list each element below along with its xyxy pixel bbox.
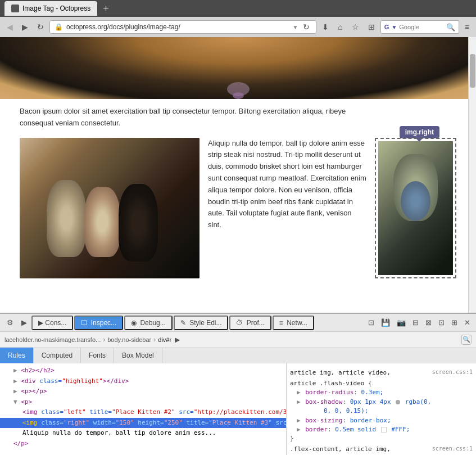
html-line-p-open: ▼ <p> <box>0 397 286 408</box>
color-swatch-border <box>381 427 387 433</box>
breadcrumb-item-2[interactable]: div#r <box>158 336 171 343</box>
download-button[interactable]: ⬇ <box>319 20 332 34</box>
css-rule-2: .flex-content, article img, screen.css:1… <box>290 445 473 456</box>
tab-console[interactable]: ▶ Cons... <box>31 316 73 330</box>
box-model-tab[interactable]: Box Model <box>114 348 162 363</box>
screenshot-btn[interactable]: 📷 <box>395 317 408 328</box>
tab-style-editor[interactable]: ✎ Style Edi... <box>174 316 229 330</box>
bookmark-button[interactable]: ☆ <box>348 20 362 34</box>
img-right-tooltip: img.right <box>400 126 439 138</box>
nav-bar: ◀ ▶ ↻ 🔒 octopress.org/docs/plugins/image… <box>0 17 476 37</box>
home-button[interactable]: ⌂ <box>334 20 346 34</box>
devtools-settings-btn[interactable]: ⚙ <box>3 317 17 328</box>
scrollbar-thumb[interactable] <box>470 54 475 88</box>
split-view-btn[interactable]: ⊠ <box>423 317 434 328</box>
refresh-icon[interactable]: ↻ <box>301 22 311 31</box>
html-panel: ▶ <h2></h2> ▶ <div class="highlight"></d… <box>0 363 287 455</box>
title-bar: Image Tag - Octopress + <box>0 0 476 17</box>
forward-button[interactable]: ▶ <box>19 20 31 34</box>
debugger-icon: ◉ <box>131 319 137 327</box>
css-rule-1: article img, article video, screen.css:1… <box>290 369 473 442</box>
kittens-image <box>20 138 200 278</box>
dock-btn[interactable]: ⊡ <box>436 317 447 328</box>
search-bar[interactable]: G ▼ 🔍 <box>380 20 459 34</box>
style-editor-icon: ✎ <box>180 319 186 327</box>
devtools-collapse-btn[interactable]: ▶ <box>18 317 30 328</box>
fonts-tab[interactable]: Fonts <box>81 348 114 363</box>
article-text: Aliquip nulla do tempor, ball tip dolore… <box>208 138 366 278</box>
content-row: Aliquip nulla do tempor, ball tip dolore… <box>20 138 456 278</box>
detach-btn[interactable]: ⊞ <box>449 317 460 328</box>
css-prop-border: ▶ border: 0.5em solid #FFF; <box>290 425 473 435</box>
back-button[interactable]: ◀ <box>3 20 16 34</box>
breadcrumb-more[interactable]: ▶ <box>175 336 180 344</box>
new-tab-button[interactable]: + <box>101 3 111 15</box>
profiler-icon: ⏱ <box>236 319 243 327</box>
css-selector-1: article img, article video, screen.css:1 <box>290 369 473 376</box>
html-line-text: Aliquip nulla do tempor, ball tip dolore… <box>0 428 286 439</box>
css-close-brace-1: } <box>290 435 473 442</box>
bacon-text: Bacon ipsum dolor sit amet exercitation … <box>20 99 456 135</box>
inspector-icon: ☐ <box>81 319 87 327</box>
tab-network[interactable]: ≡ Netw... <box>273 316 314 330</box>
devtools-toolbar: ⚙ ▶ ▶ Cons... ☐ Inspec... ◉ Debug... ✎ S… <box>0 314 476 332</box>
browser-content: Bacon ipsum dolor sit amet exercitation … <box>0 37 476 313</box>
search-dropdown-arrow[interactable]: ▼ <box>391 24 397 30</box>
rules-tabs: Rules Computed Fonts Box Model <box>0 348 476 363</box>
rules-tab[interactable]: Rules <box>0 348 34 363</box>
pick-element-btn[interactable]: ⊡ <box>366 317 377 328</box>
html-line-h2: ▶ <h2></h2> <box>0 366 286 376</box>
breadcrumb-item-0[interactable]: laceholder.no-maskimage.transfo... <box>4 336 101 343</box>
css-prop-box-shadow-cont: 0, 0, 0.15); <box>290 407 473 416</box>
css-prop-border-radius: ▶ border-radius: 0.3em; <box>290 388 473 398</box>
css-prop-box-sizing: ▶ box-sizing: border-box; <box>290 416 473 426</box>
browser-tab[interactable]: Image Tag - Octopress <box>4 1 97 16</box>
html-line-img-right[interactable]: <img class="right" width="150" height="2… <box>0 418 286 429</box>
tab-favicon <box>11 4 19 12</box>
responsive-btn[interactable]: ⊟ <box>410 317 421 328</box>
address-dropdown-arrow[interactable]: ▼ <box>292 24 298 30</box>
html-line-img-left: <img class="left" title="Place Kitten #2… <box>0 407 286 418</box>
close-devtools-btn[interactable]: ✕ <box>462 317 473 328</box>
devtools-action-icons: ⊡ 💾 📷 ⊟ ⊠ ⊡ ⊞ ✕ <box>366 317 473 328</box>
page-content: Bacon ipsum dolor sit amet exercitation … <box>0 37 476 278</box>
css-selector-2: .flex-content, article img, screen.css:1 <box>290 445 473 453</box>
address-bar[interactable]: 🔒 octopress.org/docs/plugins/image-tag/ … <box>49 20 316 34</box>
history-button[interactable]: ⊞ <box>365 20 378 34</box>
tab-profiler[interactable]: ⏱ Prof... <box>229 316 271 330</box>
html-line-div-highlight: ▶ <div class="highlight"></div> <box>0 376 286 387</box>
search-engine-label: G <box>384 24 389 30</box>
breadcrumb-bar: laceholder.no-maskimage.transfo... › bod… <box>0 332 476 348</box>
single-kitten-image <box>375 138 456 278</box>
computed-tab[interactable]: Computed <box>34 348 81 363</box>
lock-icon: 🔒 <box>55 23 63 31</box>
breadcrumb-sep-1: › <box>153 336 156 344</box>
tab-debugger[interactable]: ◉ Debug... <box>124 316 173 330</box>
html-line-p-empty: ▶ <p></p> <box>0 386 286 397</box>
tab-inspector[interactable]: ☐ Inspec... <box>74 316 123 330</box>
color-swatch-shadow <box>396 400 400 404</box>
console-icon: ▶ <box>38 319 43 327</box>
hero-cat-image <box>0 37 476 99</box>
reload-button[interactable]: ↻ <box>34 20 47 34</box>
breadcrumb-search-btn[interactable]: 🔍 <box>461 335 472 345</box>
css-prop-box-shadow: ▶ box-shadow: 0px 1px 4px rgba(0, <box>290 398 473 407</box>
main-scrollbar[interactable] <box>468 37 476 313</box>
breadcrumb-item-1[interactable]: body.no-sidebar <box>107 336 151 343</box>
network-icon: ≡ <box>279 319 283 327</box>
devtools-split-view: ▶ <h2></h2> ▶ <div class="highlight"></d… <box>0 363 476 455</box>
search-icon[interactable]: 🔍 <box>446 23 455 31</box>
css-panel: article img, article video, screen.css:1… <box>287 363 476 455</box>
devtools-panel: ⚙ ▶ ▶ Cons... ☐ Inspec... ◉ Debug... ✎ S… <box>0 313 476 455</box>
address-text: octopress.org/docs/plugins/image-tag/ <box>66 23 289 31</box>
tab-title: Image Tag - Octopress <box>22 4 90 12</box>
breadcrumb-sep-0: › <box>103 336 105 344</box>
css-selector-1b: article .flash-video { <box>290 380 473 387</box>
search-input[interactable] <box>399 24 444 30</box>
save-btn[interactable]: 💾 <box>379 317 392 328</box>
menu-button[interactable]: ≡ <box>461 20 473 34</box>
html-line-p-close: </p> <box>0 439 286 449</box>
